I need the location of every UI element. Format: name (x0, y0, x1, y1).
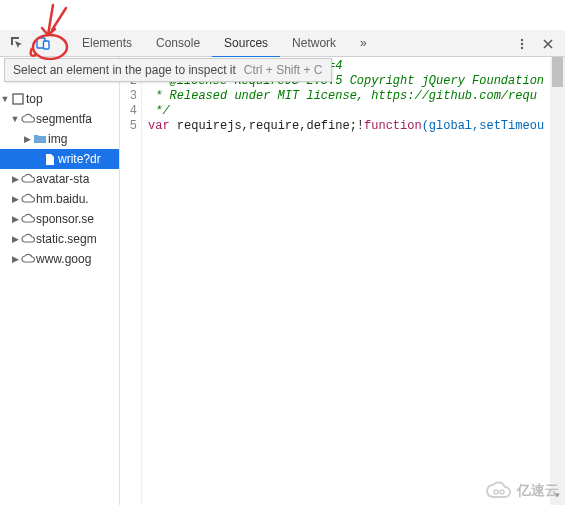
kebab-menu-button[interactable] (509, 31, 535, 57)
chevron-right-icon[interactable]: ▶ (10, 194, 20, 204)
tree-item-static[interactable]: ▶ static.segm (0, 229, 119, 249)
code-content: /** vim: et:ts=4:sw=4:sts=4 * @license R… (142, 57, 544, 505)
svg-point-3 (521, 38, 523, 40)
svg-rect-6 (13, 94, 23, 104)
chevron-right-icon[interactable]: ▶ (10, 234, 20, 244)
tree-label: hm.baidu. (36, 192, 89, 206)
inspect-element-button[interactable] (4, 30, 30, 56)
scrollbar-thumb[interactable] (552, 57, 563, 87)
cloud-icon (20, 193, 36, 205)
cloud-icon (20, 113, 36, 125)
chevron-right-icon[interactable]: ▶ (10, 214, 20, 224)
svg-point-5 (521, 46, 523, 48)
close-devtools-button[interactable] (535, 31, 561, 57)
tab-more[interactable]: » (348, 30, 379, 57)
scroll-down-icon[interactable]: ▾ (550, 488, 565, 503)
frame-icon (10, 93, 26, 105)
svg-rect-2 (44, 41, 50, 49)
tree-label: segmentfa (36, 112, 92, 126)
chevron-right-icon[interactable]: ▶ (10, 174, 20, 184)
tree-item-sponsor[interactable]: ▶ sponsor.se (0, 209, 119, 229)
tree-item-write[interactable]: write?dr (0, 149, 119, 169)
chevron-right-icon[interactable]: ▶ (22, 134, 32, 144)
inspect-tooltip: Select an element in the page to inspect… (4, 58, 332, 82)
code-editor[interactable]: 1 2 3 4 5 /** vim: et:ts=4:sw=4:sts=4 * … (120, 57, 565, 505)
tree-item-segmentfa[interactable]: ▼ segmentfa (0, 109, 119, 129)
tab-sources[interactable]: Sources (212, 30, 280, 57)
cloud-icon (20, 213, 36, 225)
cloud-icon (20, 173, 36, 185)
tab-network[interactable]: Network (280, 30, 348, 57)
tree-root-top[interactable]: ▼ top (0, 89, 119, 109)
chevron-down-icon[interactable]: ▼ (0, 94, 10, 104)
device-toolbar-button[interactable] (30, 30, 56, 56)
sources-panel: ▼ top ▼ segmentfa ▶ img write?dr ▶ avata… (0, 57, 565, 505)
tree-item-google[interactable]: ▶ www.goog (0, 249, 119, 269)
tree-label: write?dr (58, 152, 101, 166)
devtools-tabs: Elements Console Sources Network » (70, 30, 379, 57)
cloud-icon (20, 233, 36, 245)
tree-label: avatar-sta (36, 172, 89, 186)
chevron-down-icon[interactable]: ▼ (10, 114, 20, 124)
tree-label: top (26, 92, 43, 106)
folder-icon (32, 133, 48, 145)
line-gutter: 1 2 3 4 5 (120, 57, 142, 505)
tooltip-text: Select an element in the page to inspect… (13, 63, 236, 77)
vertical-scrollbar[interactable]: ▾ (550, 57, 565, 505)
chevron-right-icon[interactable]: ▶ (10, 254, 20, 264)
tree-item-img[interactable]: ▶ img (0, 129, 119, 149)
tree-label: img (48, 132, 67, 146)
cloud-icon (20, 253, 36, 265)
tree-label: static.segm (36, 232, 97, 246)
tab-console[interactable]: Console (144, 30, 212, 57)
file-icon (42, 153, 58, 166)
tree-label: sponsor.se (36, 212, 94, 226)
devtools-toolbar: Elements Console Sources Network » (0, 30, 565, 57)
file-navigator: ▼ top ▼ segmentfa ▶ img write?dr ▶ avata… (0, 57, 120, 505)
tooltip-shortcut: Ctrl + Shift + C (244, 63, 323, 77)
tree-item-hmbaidu[interactable]: ▶ hm.baidu. (0, 189, 119, 209)
tree-label: www.goog (36, 252, 91, 266)
tab-elements[interactable]: Elements (70, 30, 144, 57)
tree-item-avatar[interactable]: ▶ avatar-sta (0, 169, 119, 189)
svg-point-4 (521, 42, 523, 44)
